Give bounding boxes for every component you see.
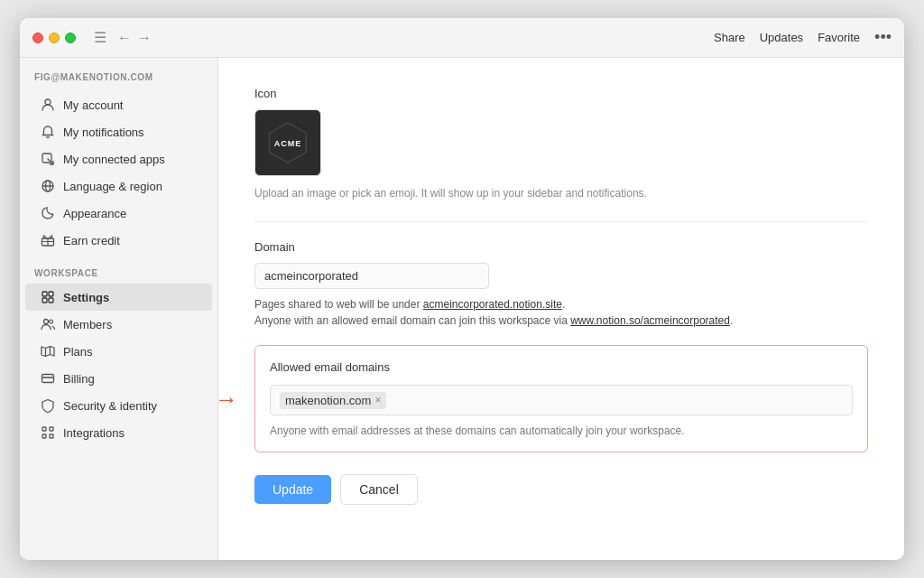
titlebar: ☰ ← → Share Updates Favorite •••	[20, 18, 904, 58]
svg-rect-9	[49, 298, 53, 303]
domain-tag-makenotion: makenotion.com ×	[280, 392, 386, 409]
maximize-button[interactable]	[65, 33, 76, 43]
icon-upload-hint: Upload an image or pick an emoji. It wil…	[254, 187, 868, 200]
traffic-lights	[32, 33, 76, 43]
allowed-domains-wrapper: → Allowed email domains makenotion.com ×…	[254, 345, 868, 452]
sidebar: FIG@MAKENOTION.COM My account My notific…	[20, 58, 218, 560]
sidebar-user-email: FIG@MAKENOTION.COM	[20, 72, 217, 91]
svg-text:ACME: ACME	[274, 139, 302, 148]
allowed-domains-section: Allowed email domains makenotion.com × A…	[254, 345, 868, 452]
domain-link[interactable]: acmeincorporated.notion.site	[423, 298, 562, 311]
people-icon	[40, 316, 56, 332]
svg-point-0	[45, 99, 51, 105]
sidebar-item-label: My notifications	[63, 126, 144, 139]
sidebar-item-my-notifications[interactable]: My notifications	[25, 118, 212, 145]
domain-hint-join: Anyone with an allowed email domain can …	[254, 314, 868, 327]
sidebar-item-label: Security & identity	[63, 399, 157, 413]
sidebar-item-label: My account	[63, 98, 123, 112]
acme-logo: ACME	[264, 119, 311, 166]
allowed-domains-label: Allowed email domains	[270, 360, 853, 374]
svg-rect-7	[49, 292, 53, 296]
section-divider	[254, 221, 868, 222]
svg-rect-14	[42, 375, 54, 383]
workspace-section-label: WORKSPACE	[20, 254, 217, 284]
card-icon	[40, 370, 56, 387]
sidebar-item-appearance[interactable]: Appearance	[25, 200, 212, 227]
cancel-button[interactable]: Cancel	[340, 474, 418, 505]
svg-rect-6	[42, 292, 47, 296]
gift-icon	[40, 232, 56, 248]
sidebar-item-label: Integrations	[63, 426, 125, 440]
sidebar-item-label: Billing	[63, 372, 95, 386]
domain-tag-text: makenotion.com	[285, 394, 371, 407]
sidebar-item-label: Settings	[63, 291, 109, 304]
sidebar-item-my-account[interactable]: My account	[25, 91, 212, 118]
domain-input[interactable]	[254, 263, 489, 289]
domain-section: Domain Pages shared to web will be under…	[254, 240, 868, 327]
person-icon	[40, 97, 56, 113]
domain-link-2[interactable]: www.notion.so/acmeincorporated	[570, 314, 730, 327]
sidebar-item-label: Appearance	[63, 207, 126, 220]
shield-icon	[40, 397, 56, 414]
share-button[interactable]: Share	[714, 31, 745, 44]
close-button[interactable]	[32, 33, 43, 43]
sidebar-item-members[interactable]: Members	[25, 311, 212, 338]
update-button[interactable]: Update	[254, 475, 331, 504]
settings-grid-icon	[40, 289, 56, 305]
forward-button[interactable]: →	[137, 30, 152, 46]
allowed-domains-hint: Anyone with email addresses at these dom…	[270, 424, 853, 437]
titlebar-actions: Share Updates Favorite •••	[714, 28, 892, 47]
svg-point-11	[50, 320, 53, 323]
sidebar-item-label: My connected apps	[63, 153, 165, 166]
domain-tag-input[interactable]: makenotion.com ×	[270, 385, 853, 415]
svg-rect-19	[50, 434, 53, 438]
sidebar-item-earn-credit[interactable]: Earn credit	[25, 227, 212, 254]
sidebar-item-language-region[interactable]: Language & region	[25, 172, 212, 200]
main-content: FIG@MAKENOTION.COM My account My notific…	[20, 58, 904, 560]
sidebar-item-label: Language & region	[63, 180, 162, 193]
domain-section-label: Domain	[254, 240, 868, 254]
icon-section-label: Icon	[254, 87, 868, 100]
moon-icon	[40, 205, 56, 221]
globe-icon	[40, 178, 56, 194]
sidebar-item-my-connected-apps[interactable]: My connected apps	[25, 145, 212, 172]
bell-icon	[40, 124, 56, 140]
sidebar-item-plans[interactable]: Plans	[25, 338, 212, 365]
favorite-button[interactable]: Favorite	[818, 31, 860, 44]
sidebar-item-billing[interactable]: Billing	[25, 365, 212, 392]
integrations-grid-icon	[40, 424, 56, 441]
nav-controls: ← →	[117, 30, 152, 46]
arrow-indicator: →	[218, 385, 238, 413]
svg-rect-17	[50, 427, 53, 431]
sidebar-item-label: Members	[63, 318, 112, 331]
svg-rect-18	[42, 434, 46, 438]
svg-point-10	[44, 320, 49, 324]
sidebar-item-settings[interactable]: Settings	[25, 284, 212, 311]
sidebar-item-label: Earn credit	[63, 234, 120, 247]
domain-tag-remove-button[interactable]: ×	[374, 394, 381, 406]
form-actions: Update Cancel	[254, 474, 868, 505]
settings-main-panel: Icon ACME Upload an image or pick an emo…	[218, 58, 904, 560]
sidebar-item-integrations[interactable]: Integrations	[25, 419, 212, 446]
sidebar-item-label: Plans	[63, 345, 93, 359]
sidebar-item-security-identity[interactable]: Security & identity	[25, 392, 212, 419]
back-button[interactable]: ←	[117, 30, 132, 46]
workspace-icon-upload[interactable]: ACME	[254, 109, 321, 176]
minimize-button[interactable]	[49, 33, 60, 43]
app-window: ☰ ← → Share Updates Favorite ••• FIG@MAK…	[20, 18, 904, 560]
svg-rect-8	[42, 298, 47, 303]
map-icon	[40, 343, 56, 359]
svg-rect-16	[42, 427, 46, 431]
sidebar-toggle-icon[interactable]: ☰	[94, 29, 106, 46]
domain-hint-web: Pages shared to web will be under acmein…	[254, 298, 868, 311]
square-arrow-icon	[40, 151, 56, 167]
updates-button[interactable]: Updates	[760, 31, 803, 44]
more-menu-button[interactable]: •••	[874, 28, 892, 47]
